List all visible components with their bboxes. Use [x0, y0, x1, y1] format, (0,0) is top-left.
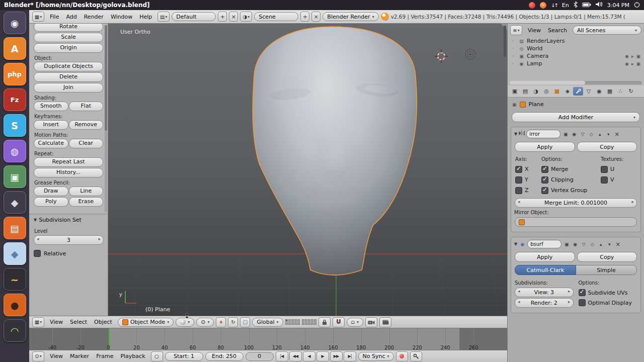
power-icon[interactable] [634, 2, 640, 9]
outliner-item-camera[interactable]: ◦▣Camera◉▸▣ [510, 52, 642, 60]
tab-physics[interactable]: ↻ [626, 87, 636, 96]
layer-cell[interactable] [311, 322, 313, 325]
btn-poly[interactable]: Poly [34, 197, 68, 207]
layer-grid[interactable] [285, 319, 300, 325]
battery-icon[interactable] [582, 2, 591, 9]
viewport-visibility-toggle[interactable]: ◉ [571, 132, 578, 137]
layer-cell[interactable] [291, 322, 294, 325]
delete-modifier-button[interactable]: × [615, 241, 620, 248]
next-keyframe-button[interactable]: ▶▶ [330, 351, 343, 361]
layer-cell[interactable] [288, 319, 291, 322]
launcher-item-php-app[interactable]: php [4, 63, 26, 85]
prev-keyframe-button[interactable]: ◀◀ [289, 351, 302, 361]
move-up-button[interactable]: ▴ [596, 132, 603, 137]
collapse-triangle-icon[interactable]: ▼ [514, 242, 517, 246]
menu-marker[interactable]: Marker [66, 352, 93, 360]
launcher-item-media-player[interactable]: ◍ [4, 140, 26, 162]
layer-cell[interactable] [291, 319, 294, 322]
texture-v-checkbox[interactable] [601, 176, 608, 184]
tool-shelf-scrollbar-thumb[interactable] [105, 25, 107, 131]
update-indicator-icon[interactable] [529, 2, 535, 9]
menu-render[interactable]: Render [80, 13, 107, 21]
render-subdivisions-slider[interactable]: ◂Render: 2▸ [515, 298, 574, 308]
btn-join[interactable]: Join [34, 83, 103, 93]
level-slider[interactable]: ◂ 3 ▸ [34, 235, 104, 245]
tab-texture[interactable]: ▦ [605, 87, 615, 96]
launcher-item-file-manager[interactable]: ▤ [4, 217, 26, 239]
renderability-icon[interactable]: ▣ [636, 61, 640, 66]
visibility-icon[interactable]: ◉ [625, 54, 629, 59]
layer-cell[interactable] [294, 322, 297, 325]
keying-set-button[interactable] [410, 351, 422, 361]
layer-cell[interactable] [308, 322, 310, 325]
menu-file[interactable]: File [46, 13, 62, 21]
layer-cell[interactable] [302, 319, 304, 322]
tab-object[interactable]: ■ [552, 87, 562, 96]
btn-scale[interactable]: Scale [34, 33, 103, 42]
btn-duplicate-objects[interactable]: Duplicate Objects [34, 62, 103, 71]
tab-world[interactable]: ◎ [541, 87, 551, 96]
mirror-object-field[interactable] [515, 217, 637, 227]
screen-layout-field[interactable]: Default [172, 12, 216, 21]
btn-repeat-last[interactable]: Repeat Last [34, 157, 103, 167]
btn-draw[interactable]: Draw [34, 187, 68, 196]
tab-scene[interactable]: ◑ [531, 87, 541, 96]
screen-layout-browse-button[interactable]: ▤▾ [157, 12, 170, 22]
lock-icon[interactable] [318, 317, 331, 327]
disclosure-icon[interactable]: ◦ [510, 61, 516, 66]
disclosure-icon[interactable]: ◦ [510, 54, 516, 59]
modifier-name-field[interactable]: bsurf [527, 240, 561, 248]
catmull-clark-option[interactable]: Catmull-Clark [515, 265, 576, 275]
selectability-icon[interactable]: ▸ [631, 54, 634, 59]
relative-checkbox[interactable] [34, 250, 41, 257]
edit-mode-toggle[interactable]: ▽ [579, 132, 586, 137]
slider-right-arrow-icon[interactable]: ▸ [98, 236, 101, 241]
btn-remove[interactable]: Remove [69, 120, 104, 130]
keyboard-layout-indicator[interactable]: En [562, 2, 569, 9]
menu-view[interactable]: View [46, 318, 66, 326]
sync-select[interactable]: No Sync▾ [358, 352, 394, 361]
launcher-item-app-a[interactable]: A [4, 37, 26, 60]
outliner-item-world[interactable]: ◦◎World [510, 45, 642, 52]
launcher-item-skype[interactable]: S [4, 114, 26, 137]
orientation-select[interactable]: Global▾ [252, 318, 283, 327]
outliner-filter-select[interactable]: All Scenes▾ [573, 26, 641, 35]
menu-help[interactable]: Help [136, 13, 155, 21]
layer-cell[interactable] [302, 322, 304, 325]
outliner-scrollbar-thumb[interactable] [510, 81, 585, 84]
disclosure-icon[interactable]: ◦ [510, 46, 516, 51]
close-layout-button[interactable]: × [229, 12, 238, 22]
launcher-item-partial-app[interactable]: ◠ [4, 319, 26, 342]
editor-type-button[interactable]: ⊙▾ [32, 351, 44, 361]
timeline[interactable]: -40-200204060801001201401601802002202402… [29, 328, 507, 350]
menu-add[interactable]: Add [62, 13, 80, 21]
scale-manipulator-toggle[interactable]: □ [240, 317, 250, 327]
tab-render[interactable]: ▣ [510, 87, 520, 96]
menu-select[interactable]: Select [66, 318, 91, 326]
mode-select[interactable]: Object Mode▾ [118, 318, 174, 327]
jump-to-start-button[interactable]: |◀ [276, 351, 288, 361]
outliner-item-lamp[interactable]: ◦◉Lamp◉▸▣ [510, 60, 642, 67]
launcher-item-dash-home[interactable]: ◉ [4, 12, 26, 34]
layer-cell[interactable] [305, 322, 307, 325]
merge-checkbox[interactable] [541, 166, 548, 173]
tab-render-layers[interactable]: ▤ [520, 87, 530, 96]
menu-search[interactable]: Search [544, 26, 571, 35]
menu-view[interactable]: View [524, 26, 544, 35]
btn-rotate[interactable]: Rotate [34, 24, 103, 32]
layer-cell[interactable] [294, 319, 297, 322]
current-frame-field[interactable]: 0 [246, 352, 274, 361]
translate-manipulator-toggle[interactable]: + [216, 317, 226, 327]
editor-type-button[interactable]: ≡▾ [510, 25, 522, 35]
tab-modifiers[interactable] [573, 87, 583, 96]
btn-history-[interactable]: History... [34, 168, 103, 177]
operator-panel-header[interactable]: ▼ Subdivision Set [34, 217, 104, 223]
snap-magnet-toggle[interactable] [333, 317, 345, 327]
launcher-item-game-controller[interactable]: ◆ [4, 191, 26, 214]
menu-window[interactable]: Window [107, 13, 136, 21]
axis-y-checkbox[interactable] [515, 176, 522, 184]
layer-cell[interactable] [314, 319, 316, 322]
play-reverse-button[interactable]: ◀ [303, 351, 315, 361]
disclosure-icon[interactable]: ◦ [510, 39, 516, 44]
network-icon[interactable]: ↓↑ [551, 3, 557, 8]
